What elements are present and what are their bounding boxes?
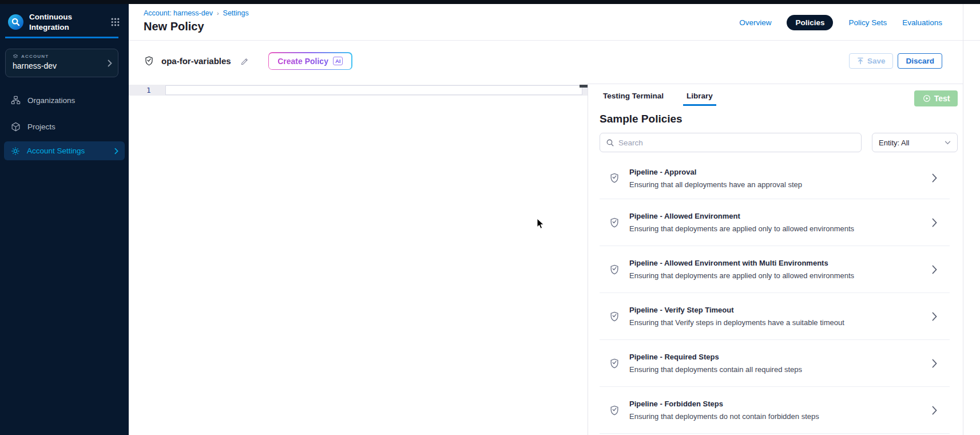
shield-check-icon <box>609 172 621 184</box>
shield-check-icon <box>144 56 154 66</box>
search-icon <box>606 139 614 147</box>
sidebar-item-account-settings[interactable]: Account Settings <box>4 141 125 160</box>
panel-tabs: Testing Terminal Library <box>600 92 963 106</box>
breadcrumb-account-link[interactable]: Account: harness-dev <box>144 9 213 17</box>
sidebar-item-projects[interactable]: Projects <box>0 115 129 138</box>
chevron-right-icon <box>932 312 937 321</box>
right-gutter-divider <box>963 4 963 435</box>
upload-arrow-icon <box>857 57 864 65</box>
policy-description: Ensuring that deployments are applied on… <box>629 224 854 233</box>
play-circle-icon <box>922 94 931 103</box>
save-button[interactable]: Save <box>849 53 894 69</box>
organizations-icon <box>10 95 21 106</box>
entity-filter-dropdown[interactable]: Entity: All <box>872 133 958 152</box>
tab-library[interactable]: Library <box>683 92 716 106</box>
page-header: Account: harness-dev › Settings New Poli… <box>129 4 980 41</box>
policy-description: Ensuring that deployments contain all re… <box>629 365 802 374</box>
editor-line-number: 1 <box>146 86 151 94</box>
policy-row-forbidden-steps[interactable]: Pipeline - Forbidden Steps Ensuring that… <box>600 387 950 434</box>
tab-overview[interactable]: Overview <box>739 18 771 27</box>
policy-description: Ensuring that all deployments have an ap… <box>629 180 802 189</box>
chevron-right-icon <box>108 60 112 67</box>
sidebar-item-label: Organizations <box>27 96 75 105</box>
ai-badge: AI <box>333 57 343 65</box>
policy-title: Pipeline - Allowed Environment <box>629 212 854 220</box>
breadcrumb-separator: › <box>217 10 219 17</box>
policy-description: Ensuring that Verify steps in deployment… <box>629 318 844 327</box>
shield-check-icon <box>609 217 621 228</box>
edit-name-pencil-icon[interactable] <box>240 56 250 66</box>
policy-row-required-steps[interactable]: Pipeline - Required Steps Ensuring that … <box>600 340 950 387</box>
page-title: New Policy <box>144 20 204 33</box>
gear-icon <box>10 146 21 156</box>
projects-icon <box>10 121 21 132</box>
sample-policies-heading: Sample Policies <box>600 113 963 125</box>
shield-check-icon <box>609 358 621 369</box>
brand-underline <box>5 37 118 38</box>
chevron-right-icon <box>932 406 937 415</box>
sidebar-item-label: Projects <box>27 122 55 131</box>
policy-title: Pipeline - Approval <box>629 168 802 176</box>
policy-description: Ensuring that deployments do not contain… <box>629 412 819 421</box>
breadcrumb-settings-link[interactable]: Settings <box>223 9 249 17</box>
policy-title: Pipeline - Allowed Environment with Mult… <box>629 259 854 267</box>
library-panel: Test Testing Terminal Library Sample Pol… <box>588 84 963 435</box>
continuous-integration-logo-icon <box>8 14 23 30</box>
account-label: ACCOUNT <box>21 54 49 59</box>
editor-minimap-mark <box>580 85 588 88</box>
test-button[interactable]: Test <box>914 90 958 106</box>
policy-row-verify-step-timeout[interactable]: Pipeline - Verify Step Timeout Ensuring … <box>600 293 950 340</box>
policy-toolbar: opa-for-variables Create Policy AI Save … <box>129 41 980 81</box>
tab-policy-sets[interactable]: Policy Sets <box>848 18 887 27</box>
chevron-right-icon <box>932 265 937 274</box>
sidebar: Continuous Integration ACCOUNT harness-d… <box>0 4 129 435</box>
sidebar-item-organizations[interactable]: Organizations <box>0 89 129 112</box>
policy-title: Pipeline - Required Steps <box>629 353 802 361</box>
policy-row-allowed-environment[interactable]: Pipeline - Allowed Environment Ensuring … <box>600 199 950 246</box>
policy-title: Pipeline - Forbidden Steps <box>629 400 819 408</box>
tab-testing-terminal[interactable]: Testing Terminal <box>600 92 667 106</box>
shield-check-icon <box>609 311 621 322</box>
chevron-down-icon <box>945 141 951 145</box>
chevron-right-icon <box>932 218 937 227</box>
sidebar-item-label: Account Settings <box>27 147 85 155</box>
account-name: harness-dev <box>13 61 111 70</box>
tab-evaluations[interactable]: Evaluations <box>902 18 942 27</box>
window-top-strip <box>0 0 980 4</box>
sample-policy-list: Pipeline - Approval Ensuring that all de… <box>600 157 963 434</box>
account-selector[interactable]: ACCOUNT harness-dev <box>5 49 118 77</box>
chevron-right-icon <box>932 173 937 183</box>
policy-row-allowed-environment-multi[interactable]: Pipeline - Allowed Environment with Mult… <box>600 246 950 293</box>
breadcrumb: Account: harness-dev › Settings <box>144 9 249 17</box>
product-brand: Continuous Integration <box>8 12 72 32</box>
module-picker-icon[interactable] <box>111 18 120 26</box>
chevron-right-icon <box>114 148 118 155</box>
editor-current-line[interactable] <box>165 85 582 95</box>
governance-tabs: Overview Policies Policy Sets Evaluation… <box>739 15 942 30</box>
shield-check-icon <box>609 405 621 416</box>
discard-button[interactable]: Discard <box>898 53 942 69</box>
policy-row-approval[interactable]: Pipeline - Approval Ensuring that all de… <box>600 157 950 199</box>
library-filters: Entity: All <box>600 133 963 152</box>
policy-name: opa-for-variables <box>161 56 231 66</box>
chevron-right-icon <box>932 359 937 368</box>
shield-check-icon <box>609 264 621 275</box>
tab-policies[interactable]: Policies <box>787 15 833 30</box>
policy-description: Ensuring that deployments are applied on… <box>629 271 854 280</box>
create-policy-button[interactable]: Create Policy AI <box>268 52 352 70</box>
entity-filter-value: Entity: All <box>879 139 909 147</box>
search-input[interactable] <box>618 139 855 147</box>
policy-title: Pipeline - Verify Step Timeout <box>629 306 844 314</box>
account-stack-icon <box>13 54 18 59</box>
product-name: Continuous Integration <box>29 12 72 32</box>
create-policy-label: Create Policy <box>277 57 328 66</box>
search-box[interactable] <box>600 133 862 152</box>
policy-code-editor[interactable]: 1 <box>129 81 588 435</box>
